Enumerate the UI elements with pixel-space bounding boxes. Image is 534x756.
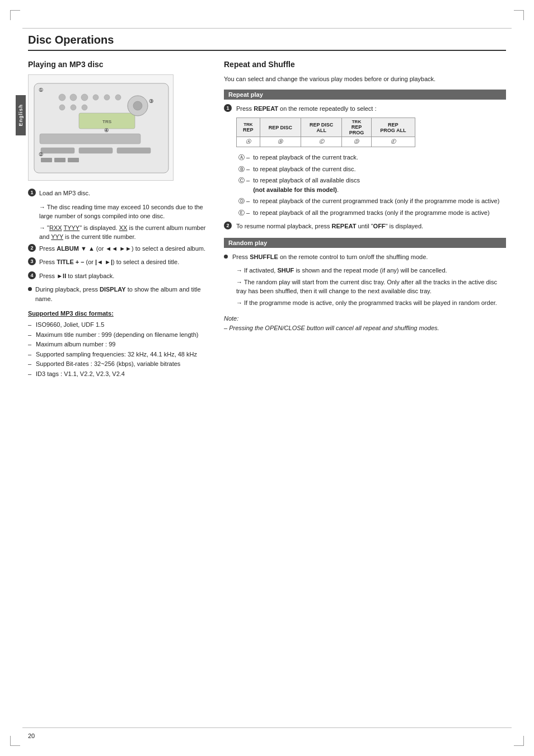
col-header-rep-prog-all: REPPROG ALL xyxy=(371,118,415,137)
step-1-note-1: → The disc reading time may exceed 10 se… xyxy=(39,203,207,221)
step-bullet: During playback, press DISPLAY to show t… xyxy=(28,285,207,303)
svg-point-2 xyxy=(70,94,77,101)
step-4-num: 4 xyxy=(28,271,36,279)
repeat-desc-a: Ⓐ – to repeat playback of the current tr… xyxy=(238,153,506,162)
svg-text:③: ③ xyxy=(149,98,153,104)
repeat-step-1: 1 Press REPEAT on the remote repeatedly … xyxy=(224,104,506,114)
step-4-text: Press ►II to start playback. xyxy=(39,271,114,281)
step-3: 3 Press TITLE + – (or |◄ ►|) to select a… xyxy=(28,257,207,267)
step-2-num: 2 xyxy=(28,244,36,252)
random-note-2: → The random play will start from the cu… xyxy=(236,278,506,296)
svg-point-8 xyxy=(71,105,76,110)
svg-point-7 xyxy=(59,105,65,110)
random-step-1: Press SHUFFLE on the remote control to t… xyxy=(224,252,506,262)
repeat-step-1-num: 1 xyxy=(224,104,232,112)
step-2: 2 Press ALBUM ▼ ▲ (or ◄◄ ►►) to select a… xyxy=(28,244,207,253)
step-4: 4 Press ►II to start playback. xyxy=(28,271,207,281)
left-column: Playing an MP3 disc xyxy=(28,60,207,379)
step-1: 1 Load an MP3 disc. xyxy=(28,189,207,198)
step-1-note-2: → "RXX TYYY" is displayed. XX is the cur… xyxy=(39,223,207,242)
step-2-text: Press ALBUM ▼ ▲ (or ◄◄ ►►) to select a d… xyxy=(39,244,205,253)
repeat-desc-c: Ⓒ – to repeat playback of all available … xyxy=(238,176,506,194)
format-item-1: ISO9660, Joliet, UDF 1.5 xyxy=(28,320,207,330)
random-play-heading: Random play xyxy=(224,238,506,248)
svg-rect-14 xyxy=(40,134,140,144)
svg-rect-15 xyxy=(41,148,74,153)
repeat-table-container: TRKREP REP DISC REP DISCALL TRKREPPROG R… xyxy=(236,118,506,147)
random-note-3: → If the programme mode is active, only … xyxy=(236,298,506,308)
repeat-step-2-num: 2 xyxy=(224,222,232,229)
svg-rect-18 xyxy=(41,158,52,162)
svg-text:②: ② xyxy=(39,152,43,157)
step-1-num: 1 xyxy=(28,189,36,196)
right-section-title: Repeat and Shuffle xyxy=(224,60,506,69)
repeat-step-2-text: To resume normal playback, press REPEAT … xyxy=(236,222,423,231)
step-3-num: 3 xyxy=(28,257,36,265)
language-tab: English xyxy=(16,95,26,135)
svg-point-6 xyxy=(115,95,121,100)
svg-text:①: ① xyxy=(39,87,43,93)
repeat-desc-e: Ⓔ – to repeat playback of all the progra… xyxy=(238,208,506,218)
svg-rect-17 xyxy=(117,148,151,153)
note-section: Note: – Pressing the OPEN/CLOSE button w… xyxy=(224,314,506,332)
page-title: Disc Operations xyxy=(28,34,506,51)
hrule-top xyxy=(22,28,512,29)
format-item-6: ID3 tags : V1.1, V2.2, V2.3, V2.4 xyxy=(28,369,207,379)
format-list: ISO9660, Joliet, UDF 1.5 Maximum title n… xyxy=(28,320,207,379)
formats-section: Supported MP3 disc formats: ISO9660, Jol… xyxy=(28,310,207,379)
repeat-step-2: 2 To resume normal playback, press REPEA… xyxy=(224,222,506,231)
random-bullet xyxy=(224,255,228,259)
col-header-rep-prog: TRKREPPROG xyxy=(342,118,371,137)
repeat-play-heading: Repeat play xyxy=(224,90,506,100)
svg-rect-20 xyxy=(68,158,79,162)
repeat-step-1-text: Press REPEAT on the remote repeatedly to… xyxy=(236,104,377,114)
random-step-1-text: Press SHUFFLE on the remote control to t… xyxy=(232,252,428,262)
svg-point-1 xyxy=(59,94,65,101)
main-content: Disc Operations Playing an MP3 disc xyxy=(28,34,506,725)
right-section-intro: You can select and change the various pl… xyxy=(224,74,506,84)
svg-point-5 xyxy=(104,95,110,100)
format-item-5: Supported Bit-rates : 32~256 (kbps), var… xyxy=(28,359,207,369)
format-item-4: Supported sampling frequencies: 32 kHz, … xyxy=(28,350,207,360)
formats-heading: Supported MP3 disc formats: xyxy=(28,310,207,317)
col-circle-e: Ⓔ xyxy=(371,137,415,147)
random-note-1: → If activated, SHUF is shown and the re… xyxy=(236,266,506,275)
step-3-text: Press TITLE + – (or |◄ ►|) to select a d… xyxy=(39,257,179,267)
corner-mark-bl xyxy=(10,736,20,746)
step-1-text: Load an MP3 disc. xyxy=(39,189,90,198)
svg-rect-19 xyxy=(54,158,65,162)
two-column-layout: Playing an MP3 disc xyxy=(28,60,506,379)
format-item-3: Maximum album number : 99 xyxy=(28,340,207,350)
repeat-table: TRKREP REP DISC REP DISCALL TRKREPPROG R… xyxy=(236,118,415,147)
step-bullet-text: During playback, press DISPLAY to show t… xyxy=(35,285,207,303)
svg-text:④: ④ xyxy=(104,128,109,133)
col-circle-d: Ⓓ xyxy=(342,137,371,147)
repeat-desc-d: Ⓓ – to repeat playback of the current pr… xyxy=(238,196,506,206)
corner-mark-tr xyxy=(514,10,524,20)
format-item-2: Maximum title number : 999 (depending on… xyxy=(28,330,207,340)
col-circle-a: Ⓐ xyxy=(237,137,260,147)
bullet-dot xyxy=(28,287,32,291)
repeat-descriptions: Ⓐ – to repeat playback of the current tr… xyxy=(236,153,506,217)
corner-mark-tl xyxy=(10,10,20,20)
left-section-title: Playing an MP3 disc xyxy=(28,60,207,69)
col-header-rep-disc: REP DISC xyxy=(260,118,301,137)
col-header-trk: TRKREP xyxy=(237,118,260,137)
svg-point-3 xyxy=(81,94,88,101)
svg-point-4 xyxy=(93,95,99,100)
svg-rect-16 xyxy=(79,148,113,153)
svg-point-13 xyxy=(133,101,142,110)
col-circle-b: Ⓑ xyxy=(260,137,301,147)
note-item-1: – Pressing the OPEN/CLOSE button will ca… xyxy=(224,323,506,333)
page-number: 20 xyxy=(28,732,35,739)
col-circle-c: Ⓒ xyxy=(301,137,342,147)
repeat-desc-b: Ⓑ – to repeat playback of the current di… xyxy=(238,165,506,174)
note-label: Note: xyxy=(224,314,506,323)
svg-text:TRS: TRS xyxy=(102,119,111,124)
col-header-rep-disc-all: REP DISCALL xyxy=(301,118,342,137)
cd-player-illustration: TRS ① ③ ④ xyxy=(28,74,174,181)
svg-point-9 xyxy=(82,105,87,110)
right-column: Repeat and Shuffle You can select and ch… xyxy=(224,60,506,379)
hrule-bottom xyxy=(22,727,512,728)
corner-mark-br xyxy=(514,736,524,746)
